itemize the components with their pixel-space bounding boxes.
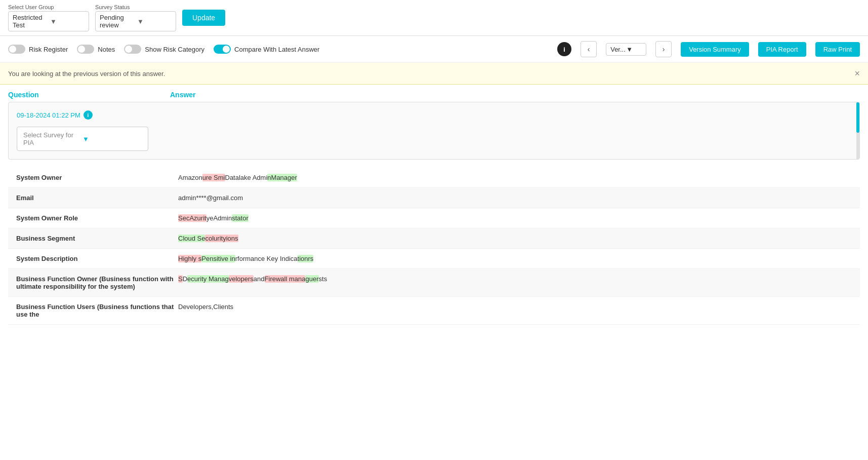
answer-segment: and: [254, 275, 265, 283]
row-question: Business Function Owner (Business functi…: [16, 275, 178, 290]
answer-segment-removed: Firewall mana: [265, 275, 306, 283]
top-bar: Select User Group Restricted Test ▼ Surv…: [0, 0, 868, 36]
answer-segment: Admin: [213, 214, 232, 222]
user-group-group: Select User Group Restricted Test ▼: [8, 4, 89, 31]
answer-segment: Developers,Clients: [178, 303, 233, 311]
show-risk-category-toggle-group: Show Risk Category: [124, 45, 204, 54]
survey-status-value: Pending review: [100, 14, 134, 29]
table-row: Business Function Owner (Business functi…: [8, 269, 860, 297]
row-answer: Highly sPensitive inrformance Key Indica…: [178, 255, 852, 262]
version-card: 09-18-2024 01:22 PM i Select Survey for …: [8, 102, 860, 160]
pia-survey-select[interactable]: Select Survey for PIA ▼: [17, 127, 148, 151]
version-arrow-icon: ▼: [626, 46, 642, 53]
answer-segment: Amazon: [178, 174, 202, 181]
version-dropdown[interactable]: Ver... ▼: [606, 43, 646, 56]
next-version-button[interactable]: ›: [655, 41, 672, 57]
compare-label: Compare With Latest Answer: [234, 46, 319, 53]
card-scrollbar[interactable]: [856, 102, 859, 159]
answer-segment-added: tionrs: [298, 255, 314, 262]
info-icon[interactable]: i: [557, 42, 571, 56]
answer-segment: ye: [206, 214, 214, 222]
answer-segment-added: Cloud Se: [178, 235, 205, 242]
compare-toggle[interactable]: [214, 45, 231, 54]
answer-segment-added: ecurity Manag: [187, 275, 229, 283]
row-question: System Description: [16, 255, 178, 262]
survey-status-group: Survey Status Pending review ▼: [95, 4, 176, 31]
card-info-icon[interactable]: i: [84, 110, 93, 120]
answer-segment: D: [183, 275, 187, 283]
risk-register-toggle-group: Risk Register: [8, 45, 68, 54]
version-value: Ver...: [610, 46, 626, 53]
answer-segment: rformance Key Indica: [235, 255, 298, 262]
show-risk-category-label: Show Risk Category: [145, 46, 204, 53]
card-scrollbar-thumb: [856, 102, 859, 133]
compare-toggle-group: Compare With Latest Answer: [214, 45, 319, 54]
raw-print-button[interactable]: Raw Print: [815, 42, 860, 57]
notes-toggle-group: Notes: [77, 45, 115, 54]
pia-select-placeholder: Select Survey for PIA: [23, 131, 82, 146]
answer-segment-added: guer: [305, 275, 318, 283]
answer-segment: sts: [319, 275, 327, 283]
timestamp-text: 09-18-2024 01:22 PM: [17, 111, 80, 119]
column-headers: Question Answer: [8, 85, 860, 102]
answer-segment-added: Pensitive in: [201, 255, 235, 262]
answer-segment-removed: ure Smi: [202, 174, 225, 181]
user-group-select[interactable]: Restricted Test ▼: [8, 11, 89, 31]
data-table: System OwnerAmazonure SmiDatalake AdminM…: [8, 168, 860, 325]
survey-status-label: Survey Status: [95, 4, 176, 10]
table-row: Emailadmin****@gmail.com: [8, 188, 860, 208]
show-risk-category-toggle[interactable]: [124, 45, 141, 54]
table-row: System Owner RoleSecAzuritye Adminstator: [8, 208, 860, 228]
row-question: Business Function Users (Business functi…: [16, 303, 178, 318]
row-answer: admin****@gmail.com: [178, 194, 852, 202]
notes-toggle[interactable]: [77, 45, 94, 54]
user-group-value: Restricted Test: [13, 14, 47, 29]
answer-segment: admin****@gmail.com: [178, 194, 243, 202]
row-answer: Developers,Clients: [178, 303, 852, 311]
previous-version-banner: You are looking at the previous version …: [0, 63, 868, 85]
row-question: System Owner: [16, 174, 178, 181]
question-column-header: Question: [8, 91, 170, 99]
row-answer: SDecurity Managvelopers and Firewall man…: [178, 275, 852, 283]
table-row: System DescriptionHighly sPensitive inrf…: [8, 249, 860, 269]
row-answer: Amazonure SmiDatalake AdminManager: [178, 174, 852, 181]
row-answer: Cloud Secolurityions: [178, 235, 852, 242]
notes-label: Notes: [98, 46, 115, 53]
answer-segment-added: nManager: [267, 174, 297, 181]
row-question: Business Segment: [16, 235, 178, 242]
user-group-arrow-icon: ▼: [50, 18, 85, 25]
toolbar: Risk Register Notes Show Risk Category C…: [0, 36, 868, 63]
row-question: System Owner Role: [16, 214, 178, 222]
answer-segment: Datalake Admi: [225, 174, 268, 181]
survey-status-arrow-icon: ▼: [137, 18, 172, 25]
risk-register-label: Risk Register: [29, 46, 68, 53]
pia-report-button[interactable]: PIA Report: [758, 42, 806, 57]
risk-register-toggle[interactable]: [8, 45, 25, 54]
table-row: Business Function Users (Business functi…: [8, 297, 860, 325]
answer-segment-removed: colurityions: [205, 235, 238, 242]
banner-message: You are looking at the previous version …: [8, 70, 165, 78]
row-answer: SecAzuritye Adminstator: [178, 214, 852, 222]
main-content: Question Answer 09-18-2024 01:22 PM i Se…: [0, 85, 868, 325]
table-row: System OwnerAmazonure SmiDatalake AdminM…: [8, 168, 860, 188]
answer-column-header: Answer: [170, 91, 860, 99]
update-button[interactable]: Update: [182, 10, 225, 26]
banner-close-button[interactable]: ×: [854, 69, 860, 78]
user-group-label: Select User Group: [8, 4, 89, 10]
prev-version-button[interactable]: ‹: [581, 41, 597, 57]
version-summary-button[interactable]: Version Summary: [681, 42, 749, 57]
answer-segment-added: stator: [232, 214, 249, 222]
answer-segment-removed: S: [178, 275, 183, 283]
answer-segment-removed: velopers: [229, 275, 254, 283]
answer-segment-removed: Highly s: [178, 255, 201, 262]
card-timestamp: 09-18-2024 01:22 PM i: [17, 110, 851, 120]
row-question: Email: [16, 194, 178, 202]
pia-select-arrow-icon: ▼: [82, 135, 142, 143]
answer-segment-removed: SecAzurit: [178, 214, 206, 222]
table-row: Business SegmentCloud Secolurityions: [8, 228, 860, 249]
survey-status-select[interactable]: Pending review ▼: [95, 11, 176, 31]
